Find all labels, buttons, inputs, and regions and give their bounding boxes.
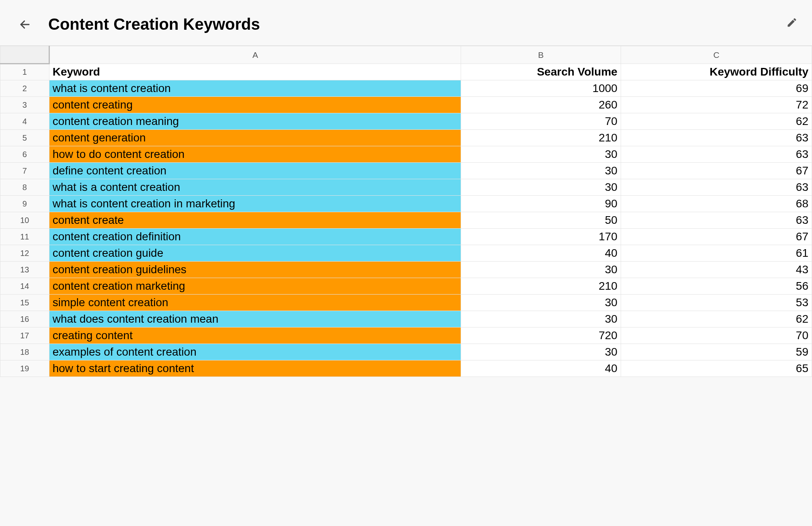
cell-difficulty[interactable]: 62 [621, 113, 812, 130]
cell-volume[interactable]: 30 [461, 295, 621, 311]
table-row: 19how to start creating content4065 [0, 360, 812, 377]
cell-difficulty[interactable]: 70 [621, 327, 812, 344]
cell-keyword[interactable]: content create [49, 212, 461, 229]
row-number[interactable]: 15 [0, 295, 49, 311]
cell-difficulty[interactable]: 56 [621, 278, 812, 295]
cell-volume[interactable]: 30 [461, 163, 621, 179]
row-number[interactable]: 2 [0, 80, 49, 97]
cell-keyword[interactable]: content generation [49, 130, 461, 146]
cell-volume[interactable]: 170 [461, 229, 621, 245]
spreadsheet[interactable]: A B C 1 Keyword Search Volume Keyword Di… [0, 45, 812, 377]
cell-difficulty[interactable]: 69 [621, 80, 812, 97]
cell-difficulty[interactable]: 62 [621, 311, 812, 327]
cell-volume[interactable]: 30 [461, 311, 621, 327]
header-volume[interactable]: Search Volume [461, 64, 621, 80]
row-number[interactable]: 13 [0, 262, 49, 278]
row-number[interactable]: 14 [0, 278, 49, 295]
row-number[interactable]: 9 [0, 196, 49, 212]
table-row: 15simple content creation3053 [0, 295, 812, 311]
corner-cell[interactable] [0, 46, 49, 64]
row-number[interactable]: 4 [0, 113, 49, 130]
arrow-left-icon [19, 18, 31, 31]
cell-volume[interactable]: 90 [461, 196, 621, 212]
cell-keyword[interactable]: what is content creation [49, 80, 461, 97]
cell-volume[interactable]: 30 [461, 262, 621, 278]
row-number[interactable]: 10 [0, 212, 49, 229]
cell-volume[interactable]: 40 [461, 245, 621, 262]
cell-keyword[interactable]: content creating [49, 97, 461, 113]
cell-difficulty[interactable]: 63 [621, 179, 812, 196]
cell-keyword[interactable]: simple content creation [49, 295, 461, 311]
cell-keyword[interactable]: content creation meaning [49, 113, 461, 130]
cell-volume[interactable]: 30 [461, 179, 621, 196]
column-header-B[interactable]: B [461, 46, 621, 64]
row-number[interactable]: 17 [0, 327, 49, 344]
cell-difficulty[interactable]: 72 [621, 97, 812, 113]
cell-difficulty[interactable]: 67 [621, 229, 812, 245]
cell-keyword[interactable]: how to start creating content [49, 360, 461, 377]
cell-keyword[interactable]: what is a content creation [49, 179, 461, 196]
table-row: 18examples of content creation3059 [0, 344, 812, 360]
cell-keyword[interactable]: creating content [49, 327, 461, 344]
header-difficulty[interactable]: Keyword Difficulty [621, 64, 812, 80]
cell-difficulty[interactable]: 61 [621, 245, 812, 262]
back-button[interactable] [18, 17, 32, 32]
row-number[interactable]: 1 [0, 64, 49, 80]
row-number[interactable]: 11 [0, 229, 49, 245]
header-keyword[interactable]: Keyword [49, 64, 461, 80]
table-row: 4content creation meaning7062 [0, 113, 812, 130]
cell-volume[interactable]: 30 [461, 344, 621, 360]
cell-keyword[interactable]: content creation definition [49, 229, 461, 245]
cell-difficulty[interactable]: 59 [621, 344, 812, 360]
cell-keyword[interactable]: content creation guide [49, 245, 461, 262]
row-number[interactable]: 18 [0, 344, 49, 360]
cell-volume[interactable]: 720 [461, 327, 621, 344]
row-number[interactable]: 19 [0, 360, 49, 377]
table-row: 14content creation marketing21056 [0, 278, 812, 295]
row-number[interactable]: 5 [0, 130, 49, 146]
pencil-icon [786, 17, 798, 28]
row-number[interactable]: 3 [0, 97, 49, 113]
cell-difficulty[interactable]: 63 [621, 130, 812, 146]
cell-keyword[interactable]: content creation marketing [49, 278, 461, 295]
cell-difficulty[interactable]: 67 [621, 163, 812, 179]
cell-difficulty[interactable]: 43 [621, 262, 812, 278]
page-title: Content Creation Keywords [48, 15, 260, 33]
cell-keyword[interactable]: define content creation [49, 163, 461, 179]
cell-volume[interactable]: 30 [461, 146, 621, 163]
table-row: 9what is content creation in marketing90… [0, 196, 812, 212]
table-row: 16what does content creation mean3062 [0, 311, 812, 327]
cell-difficulty[interactable]: 65 [621, 360, 812, 377]
cell-keyword[interactable]: what is content creation in marketing [49, 196, 461, 212]
cell-volume[interactable]: 70 [461, 113, 621, 130]
column-header-A[interactable]: A [49, 46, 461, 64]
cell-volume[interactable]: 1000 [461, 80, 621, 97]
cell-volume[interactable]: 40 [461, 360, 621, 377]
cell-difficulty[interactable]: 63 [621, 146, 812, 163]
cell-keyword[interactable]: content creation guidelines [49, 262, 461, 278]
table-row: 11content creation definition17067 [0, 229, 812, 245]
table-row: 2what is content creation100069 [0, 80, 812, 97]
row-number[interactable]: 16 [0, 311, 49, 327]
cell-volume[interactable]: 210 [461, 278, 621, 295]
table-header-row: 1 Keyword Search Volume Keyword Difficul… [0, 64, 812, 80]
cell-difficulty[interactable]: 68 [621, 196, 812, 212]
cell-keyword[interactable]: how to do content creation [49, 146, 461, 163]
row-number[interactable]: 6 [0, 146, 49, 163]
cell-difficulty[interactable]: 53 [621, 295, 812, 311]
table-row: 3content creating26072 [0, 97, 812, 113]
row-number[interactable]: 12 [0, 245, 49, 262]
edit-button[interactable] [785, 15, 799, 30]
cell-difficulty[interactable]: 63 [621, 212, 812, 229]
column-header-C[interactable]: C [621, 46, 812, 64]
cell-volume[interactable]: 50 [461, 212, 621, 229]
cell-keyword[interactable]: what does content creation mean [49, 311, 461, 327]
row-number[interactable]: 8 [0, 179, 49, 196]
row-number[interactable]: 7 [0, 163, 49, 179]
cell-volume[interactable]: 260 [461, 97, 621, 113]
table-row: 5content generation21063 [0, 130, 812, 146]
cell-keyword[interactable]: examples of content creation [49, 344, 461, 360]
table: A B C 1 Keyword Search Volume Keyword Di… [0, 46, 812, 377]
cell-volume[interactable]: 210 [461, 130, 621, 146]
table-row: 7define content creation3067 [0, 163, 812, 179]
